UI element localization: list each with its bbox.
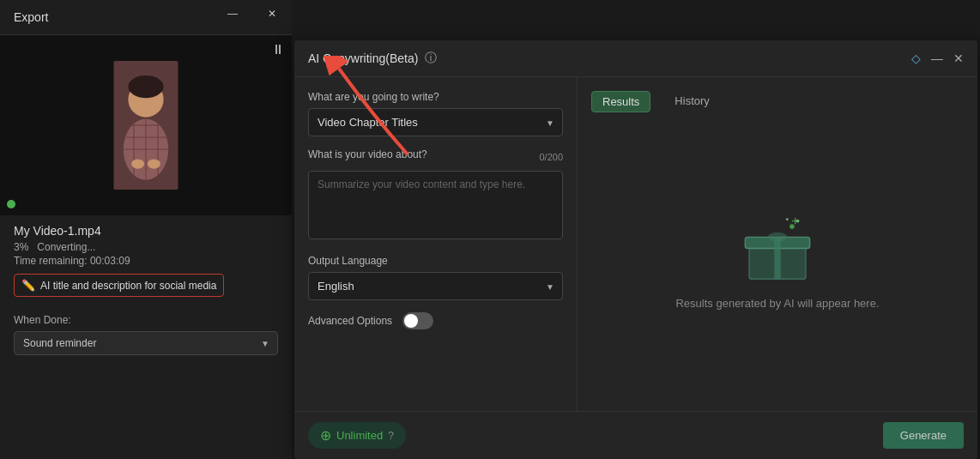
form-section: What are you going to write? Video Chapt…: [294, 77, 578, 411]
about-group: What is your video about? 0/200: [308, 148, 563, 243]
person-figure: [112, 61, 180, 190]
video-filename: My Video-1.mp4: [14, 224, 278, 238]
bottom-bar: ⊕ Unlimited ? Generate: [294, 411, 977, 459]
svg-rect-19: [774, 237, 781, 279]
tab-results[interactable]: Results: [591, 91, 650, 112]
write-select-wrapper: Video Chapter Titles AI title and descri…: [308, 108, 563, 136]
recording-indicator: [7, 200, 15, 208]
minimize-panel-icon[interactable]: —: [931, 51, 943, 65]
export-header: Export — ✕: [0, 0, 292, 35]
video-info: My Video-1.mp4 3% Converting... Time rem…: [0, 215, 292, 305]
pause-button[interactable]: ⏸: [271, 42, 285, 57]
ai-panel-body: What are you going to write? Video Chapt…: [294, 77, 977, 411]
advanced-label: Advanced Options: [308, 315, 392, 327]
empty-state-icon: [735, 214, 820, 283]
lang-group: Output Language English Chinese Spanish …: [308, 255, 563, 300]
results-empty-state: Results generated by AI will appear here…: [591, 126, 964, 397]
about-label: What is your video about?: [308, 148, 427, 160]
ai-pencil-icon: ✏️: [21, 279, 35, 292]
window-controls: — ✕: [213, 0, 292, 27]
about-textarea[interactable]: [308, 171, 563, 239]
svg-point-3: [128, 75, 163, 98]
unlimited-button[interactable]: ⊕ Unlimited ?: [308, 422, 406, 449]
empty-state-text: Results generated by AI will appear here…: [675, 297, 879, 310]
ai-panel: AI Copywriting(Beta) ⓘ ◇ — ✕ What are yo…: [294, 40, 977, 459]
minimize-button[interactable]: —: [213, 0, 252, 27]
video-status: 3% Converting...: [14, 241, 278, 253]
video-preview: ⏸: [0, 35, 292, 215]
generate-button[interactable]: Generate: [883, 422, 964, 449]
lang-select-wrapper: English Chinese Spanish French ▼: [308, 272, 563, 300]
svg-point-11: [148, 159, 160, 168]
svg-point-14: [789, 224, 795, 229]
char-count: 0/200: [539, 152, 563, 162]
header-controls: ◇ — ✕: [911, 51, 964, 65]
export-panel: Export — ✕ ⏸: [0, 0, 292, 459]
pin-icon[interactable]: ◇: [911, 51, 921, 65]
close-button[interactable]: ✕: [252, 0, 292, 27]
unlimited-label: Unlimited: [336, 429, 383, 442]
ai-panel-header: AI Copywriting(Beta) ⓘ ◇ — ✕: [294, 40, 977, 77]
write-label: What are you going to write?: [308, 91, 563, 103]
lang-label: Output Language: [308, 255, 563, 267]
about-textarea-wrapper: [308, 171, 563, 243]
lang-select[interactable]: English Chinese Spanish French: [308, 272, 563, 300]
tab-history[interactable]: History: [664, 91, 719, 112]
advanced-toggle[interactable]: [402, 312, 433, 329]
toggle-knob: [404, 314, 418, 328]
ai-panel-title: AI Copywriting(Beta): [308, 51, 418, 65]
ai-badge[interactable]: ✏️ AI title and description for social m…: [14, 274, 224, 297]
help-icon[interactable]: ⓘ: [425, 51, 437, 66]
ai-badge-text: AI title and description for social medi…: [40, 280, 216, 292]
title-group: AI Copywriting(Beta) ⓘ: [308, 51, 437, 66]
when-done-select-wrapper: Sound reminder Shutdown Do nothing ▼: [14, 331, 278, 355]
advanced-options-row: Advanced Options: [308, 312, 563, 329]
when-done-select[interactable]: Sound reminder Shutdown Do nothing: [14, 331, 278, 355]
write-select[interactable]: Video Chapter Titles AI title and descri…: [308, 108, 563, 136]
export-title: Export: [14, 10, 48, 24]
results-section: Results History: [578, 77, 977, 411]
unlimited-help-icon: ?: [388, 430, 394, 442]
converting-text: Converting...: [37, 241, 95, 253]
write-group: What are you going to write? Video Chapt…: [308, 91, 563, 136]
when-done-section: When Done: Sound reminder Shutdown Do no…: [0, 305, 292, 364]
svg-point-16: [786, 218, 789, 220]
svg-point-10: [131, 159, 144, 168]
progress-percent: 3%: [14, 241, 28, 253]
results-tabs: Results History: [591, 91, 964, 112]
unlimited-icon: ⊕: [320, 427, 331, 444]
svg-point-20: [768, 232, 788, 241]
time-remaining: Time remaining: 00:03:09: [14, 255, 278, 267]
close-panel-icon[interactable]: ✕: [953, 51, 964, 65]
when-done-label: When Done:: [14, 314, 278, 326]
